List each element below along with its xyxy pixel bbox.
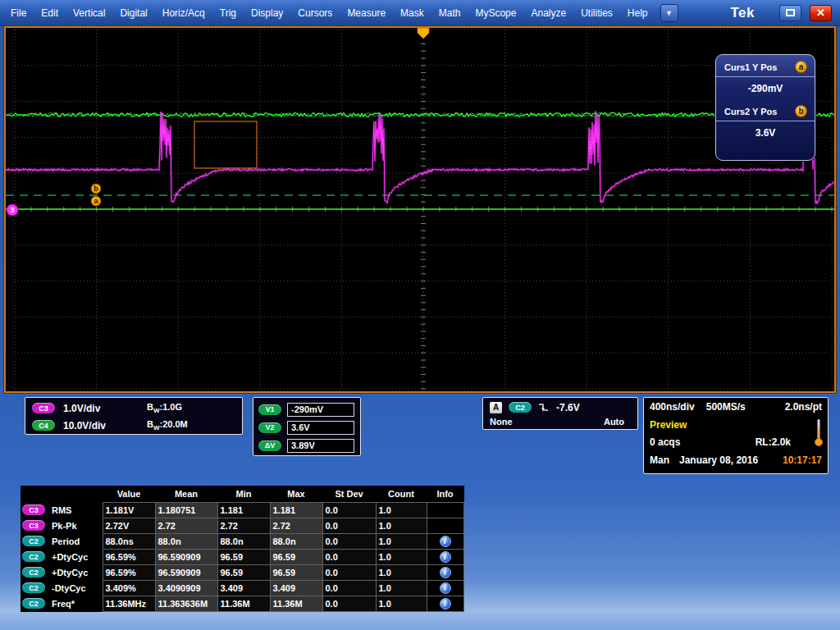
cursor-value: -290mV: [287, 403, 354, 417]
trigger-holdoff: None: [490, 417, 513, 427]
info-icon[interactable]: i: [440, 598, 451, 609]
zoom-region-box[interactable]: [194, 121, 257, 168]
window-buttons: ✕: [779, 5, 832, 21]
menu-items: FileEditVerticalDigitalHoriz/AcqTrigDisp…: [3, 0, 655, 26]
measurement-name: Period: [52, 536, 80, 546]
info-icon[interactable]: i: [440, 536, 451, 547]
measurement-stdev: 0.0: [322, 533, 376, 549]
menu-measure[interactable]: Measure: [340, 0, 393, 26]
timebase-scale: 400ns/div: [650, 401, 695, 413]
curs1-value: -290mV: [716, 77, 815, 99]
sample-resolution: 2.0ns/pt: [785, 401, 822, 413]
menu-digital[interactable]: Digital: [112, 0, 154, 26]
measurement-label-cell: C2-DtyCyc: [21, 580, 103, 596]
timebase-panel[interactable]: 400ns/div 500MS/s 2.0ns/pt Preview 0 acq…: [643, 397, 829, 474]
menu-utilities[interactable]: Utilities: [573, 0, 620, 26]
menu-cursors[interactable]: Cursors: [290, 0, 340, 26]
menu-edit[interactable]: Edit: [34, 0, 66, 26]
vertical-channel-row[interactable]: C410.0V/divBW:20.0M: [25, 417, 242, 434]
trigger-source-badge[interactable]: C2: [509, 402, 532, 413]
menu-dropdown-button[interactable]: ▼: [660, 4, 678, 22]
measurement-row: C2-DtyCyc3.409%3.40909093.4093.4090.01.0…: [21, 580, 463, 596]
measurement-value: 3.409%: [103, 580, 155, 596]
thermometer-icon: [815, 418, 823, 447]
menu-bar: FileEditVerticalDigitalHoriz/AcqTrigDisp…: [0, 0, 840, 26]
waveform-svg: ba3: [6, 28, 834, 391]
measurement-label-cell: C3RMS: [21, 502, 103, 518]
measurement-stdev: 0.0: [322, 502, 376, 518]
channel-badge: C2: [22, 582, 45, 593]
measurement-table-wrap: Value Mean Min Max St Dev Count Info C3R…: [21, 486, 464, 612]
measurement-value: 11.36MHz: [103, 596, 155, 611]
trigger-panel[interactable]: A C2 -7.6V None Auto: [482, 397, 638, 430]
curs2-value: 3.6V: [716, 121, 815, 144]
measurement-count: 1.0: [376, 518, 427, 533]
trigger-position-marker[interactable]: [418, 28, 429, 39]
menu-horiz-acq[interactable]: Horiz/Acq: [155, 0, 212, 26]
vertical-settings-panel[interactable]: C31.0V/divBW:1.0GC410.0V/divBW:20.0M: [25, 397, 243, 435]
col-header-mean: Mean: [155, 486, 217, 502]
menu-mask[interactable]: Mask: [393, 0, 431, 26]
ch3-trace-glow: [6, 110, 834, 203]
minimize-button[interactable]: [779, 5, 801, 21]
measurement-stdev: 0.0: [322, 518, 376, 533]
col-header-stdev: St Dev: [322, 486, 376, 502]
bw-sub: W: [153, 424, 160, 431]
cursor-source-badge: V2: [258, 422, 281, 433]
menu-math[interactable]: Math: [431, 0, 468, 26]
trigger-mode-status: Man: [650, 454, 669, 466]
measurement-info-cell: i: [427, 580, 463, 596]
channel3-marker-label: 3: [10, 206, 14, 214]
measurement-name: Pk-Pk: [52, 521, 77, 531]
close-button[interactable]: ✕: [810, 5, 832, 21]
trigger-mode: Auto: [604, 417, 624, 427]
measurement-header-row: Value Mean Min Max St Dev Count Info: [21, 486, 463, 502]
bw-value: :1.0G: [160, 402, 183, 412]
cursor-a-badge: a: [795, 61, 807, 73]
measurement-mean: 1.180751: [155, 502, 217, 518]
menu-display[interactable]: Display: [244, 0, 290, 26]
menu-help[interactable]: Help: [620, 0, 655, 26]
measurement-info-cell: [427, 518, 463, 533]
cursor-source-badge: V1: [258, 404, 281, 415]
measurement-min: 1.181: [217, 502, 270, 518]
cursor-marker-b-label: b: [94, 185, 98, 193]
measurement-info-cell: i: [427, 533, 463, 549]
measurement-value: 88.0ns: [103, 533, 155, 549]
sample-rate: 500MS/s: [706, 401, 746, 413]
cursor-value: 3.6V: [287, 421, 354, 435]
measurement-value: 1.181V: [103, 502, 155, 518]
waveform-display[interactable]: ba3: [4, 26, 836, 393]
cursor-value-row: ΔV3.89V: [253, 436, 360, 454]
measurement-count: 1.0: [376, 564, 427, 580]
measurement-stdev: 0.0: [322, 549, 376, 564]
trigger-a-badge: A: [490, 402, 502, 413]
cursor-values-panel[interactable]: V1-290mVV23.6VΔV3.89V: [253, 397, 361, 456]
measurement-mean: 88.0n: [155, 533, 217, 549]
measurement-row: C2Period88.0ns88.0n88.0n88.0n0.01.0i: [21, 533, 463, 549]
measurement-max: 11.36M: [270, 596, 322, 611]
menu-trig[interactable]: Trig: [212, 0, 244, 26]
measurement-min: 2.72: [217, 518, 270, 533]
measurement-count: 1.0: [376, 549, 427, 564]
cursor-readout-panel[interactable]: Curs1 Y Pos a -290mV Curs2 Y Pos b 3.6V: [715, 54, 815, 161]
info-icon[interactable]: i: [440, 567, 451, 578]
channel-badge: C3: [22, 504, 45, 515]
col-header-count: Count: [376, 486, 427, 502]
menu-vertical[interactable]: Vertical: [66, 0, 112, 26]
menu-file[interactable]: File: [3, 0, 34, 26]
vertical-channel-row[interactable]: C31.0V/divBW:1.0G: [25, 399, 242, 417]
measurement-info-cell: i: [427, 564, 463, 580]
channel-badge[interactable]: C4: [32, 420, 55, 431]
measurement-name: -DtyCyc: [52, 583, 86, 593]
channel-badge[interactable]: C3: [32, 403, 55, 413]
info-icon[interactable]: i: [440, 551, 451, 563]
bw-value: :20.0M: [160, 419, 188, 429]
col-header-info: Info: [427, 486, 463, 502]
info-icon[interactable]: i: [440, 582, 451, 594]
bw-sub: W: [153, 407, 160, 414]
measurement-label-cell: C2Period: [21, 533, 103, 549]
measurement-min: 96.59: [217, 549, 270, 564]
menu-analyze[interactable]: Analyze: [523, 0, 573, 26]
menu-myscope[interactable]: MyScope: [468, 0, 523, 26]
